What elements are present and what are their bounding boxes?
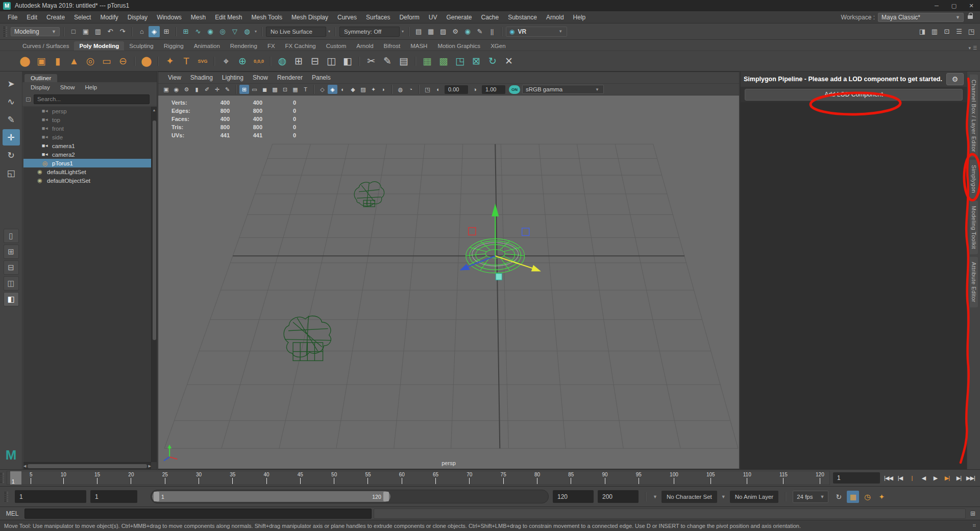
outliner-tab[interactable]: Outliner	[24, 74, 57, 82]
gamma-field[interactable]: 1.00	[482, 85, 505, 94]
menu-item[interactable]: Windows	[152, 14, 186, 21]
chevron-down-icon[interactable]: ▾	[327, 29, 331, 34]
outliner-item[interactable]: pTorus1	[23, 159, 157, 167]
shelf-poly-torus-icon[interactable]: ◎	[83, 54, 98, 69]
timeline-tick[interactable]: 15	[94, 472, 100, 484]
outliner-item[interactable]: front	[23, 124, 157, 133]
shelf-coordinates-icon[interactable]: 0,0,0	[251, 54, 266, 69]
playback-start-field[interactable]: 1	[90, 490, 137, 503]
shelf-poly-cone-icon[interactable]: ▲	[66, 54, 82, 69]
select-object-icon[interactable]: ◈	[149, 26, 160, 37]
shelf-tab[interactable]: MASH	[405, 41, 432, 51]
tab-simplygon[interactable]: Simplygon	[970, 160, 978, 198]
layout-four-pane[interactable]: ⊞	[4, 245, 19, 259]
lock-camera-icon[interactable]: ◉	[172, 85, 181, 94]
viewport-menu-item[interactable]: Lighting	[217, 74, 248, 81]
sidebar-modeling-toolkit-icon[interactable]: ☰	[953, 26, 965, 37]
time-slider-track[interactable]: 1 51015202530354045505560657075808590951…	[7, 471, 830, 485]
select-component-icon[interactable]: ⊞	[161, 26, 172, 37]
timeline-tick[interactable]: 120	[816, 472, 824, 484]
layout-two-side-by-side[interactable]: ◫	[4, 276, 19, 291]
time-editor-icon[interactable]: ◷	[861, 491, 873, 503]
drag-grip[interactable]	[1, 473, 4, 483]
paint-effects-icon[interactable]: ✎	[474, 26, 485, 37]
minimize-button[interactable]: ─	[928, 0, 945, 11]
wireframe-icon[interactable]: ◇	[317, 85, 327, 94]
step-back-frame-button[interactable]: |◀	[895, 472, 905, 484]
timeline-tick[interactable]: 70	[467, 472, 472, 484]
menu-item[interactable]: Deform	[395, 14, 424, 21]
animation-end-field[interactable]: 200	[598, 490, 639, 503]
menuset-select[interactable]: Modeling▼	[11, 27, 60, 36]
snap-to-projected-center-icon[interactable]: ◎	[217, 26, 228, 37]
timeline-tick[interactable]: 100	[670, 472, 678, 484]
shelf-smooth-icon[interactable]: ▩	[436, 54, 451, 69]
close-button[interactable]: ✕	[963, 0, 980, 11]
outliner-menu-item[interactable]: Display	[27, 84, 54, 90]
scale-tool[interactable]: ◱	[3, 165, 20, 181]
shelf-tab[interactable]: Rendering	[225, 41, 262, 51]
viewport-menu-item[interactable]: Panels	[307, 74, 335, 81]
command-line-mode[interactable]: MEL	[2, 510, 22, 517]
outliner-search-input[interactable]	[34, 94, 150, 104]
paint-select-tool[interactable]: ✎	[3, 111, 20, 128]
move-tool[interactable]: ✛	[3, 129, 20, 146]
gamma-icon[interactable]: ◑	[470, 85, 480, 94]
render-view-icon[interactable]: ▤	[413, 26, 424, 37]
snap-to-point-icon[interactable]: ◉	[205, 26, 216, 37]
vr-select[interactable]: ◉ VR ▼	[506, 27, 567, 37]
current-frame-marker[interactable]: 1	[10, 471, 21, 485]
menu-item[interactable]: Edit Mesh	[210, 14, 247, 21]
ipr-render-icon[interactable]: ▨	[437, 26, 449, 37]
timeline-tick[interactable]: 25	[162, 472, 168, 484]
resolution-gate-icon[interactable]: ◼	[260, 85, 270, 94]
color-management-badge[interactable]: ON	[509, 85, 520, 94]
outliner-menu-item[interactable]: Show	[56, 84, 79, 90]
timeline-tick[interactable]: 90	[602, 472, 607, 484]
command-line-result[interactable]	[374, 509, 966, 519]
shelf-poly-cube-icon[interactable]: ▣	[34, 54, 49, 69]
shelf-tab[interactable]: XGen	[485, 41, 510, 51]
scroll-right-icon[interactable]: ▶	[149, 463, 151, 470]
playback-end-field[interactable]: 120	[553, 490, 594, 503]
shelf-tab[interactable]: FX	[262, 41, 280, 51]
layout-two-stacked[interactable]: ⊟	[4, 260, 19, 275]
shelf-tab[interactable]: Poly Modeling	[74, 41, 124, 51]
playback-loop-icon[interactable]: ↻	[832, 491, 845, 503]
timeline-tick[interactable]: 75	[501, 472, 506, 484]
bookmark-icon[interactable]: ▮	[192, 85, 202, 94]
lasso-tool[interactable]: ∿	[3, 93, 20, 110]
film-gate-icon[interactable]: ▭	[250, 85, 259, 94]
grid-icon[interactable]: ⊞	[239, 85, 249, 94]
grease-pencil-icon[interactable]: ✎	[223, 85, 232, 94]
step-back-key-button[interactable]: |	[906, 472, 917, 484]
exposure-field[interactable]: 0.00	[445, 85, 468, 94]
range-start-handle[interactable]	[154, 492, 159, 501]
timeline-tick[interactable]: 105	[706, 472, 715, 484]
outliner-item[interactable]: defaultLightSet	[23, 167, 157, 176]
shelf-poly-cylinder-icon[interactable]: ▮	[50, 54, 65, 69]
layout-outliner-persp[interactable]: ◧	[4, 292, 19, 306]
safe-title-icon[interactable]: T	[301, 85, 310, 94]
shelf-cleanup-icon[interactable]: ✕	[501, 54, 517, 69]
wireframe-on-shaded-icon[interactable]: ◐	[338, 85, 348, 94]
playblast-icon[interactable]: ▦	[847, 491, 859, 503]
filter-icon[interactable]: ⊡	[26, 95, 31, 103]
rotate-tool[interactable]: ↻	[3, 147, 20, 163]
menu-item[interactable]: Mesh Display	[287, 14, 333, 21]
textured-icon[interactable]: ◆	[348, 85, 358, 94]
viewport-menu-item[interactable]: Show	[248, 74, 273, 81]
menu-item[interactable]: Edit	[22, 14, 42, 21]
shelf-boolean-icon[interactable]: ◧	[340, 54, 355, 69]
shelf-tab[interactable]: FX Caching	[280, 41, 321, 51]
symmetry-field[interactable]: Symmetry: Off	[339, 27, 400, 37]
tab-modeling-toolkit[interactable]: Modeling Toolkit	[970, 201, 978, 254]
outliner-item[interactable]: defaultObjectSet	[23, 176, 157, 185]
outliner-menu-item[interactable]: Help	[81, 84, 102, 90]
auto-key-icon[interactable]: ✦	[875, 491, 888, 503]
menu-item[interactable]: Display	[123, 14, 152, 21]
shelf-quad-draw-icon[interactable]: ✎	[380, 54, 395, 69]
shelf-mirror-icon[interactable]: ▦	[420, 54, 435, 69]
shelf-tab[interactable]: Curves / Surfaces	[17, 41, 74, 51]
layout-single-pane[interactable]: ▯	[4, 229, 19, 243]
